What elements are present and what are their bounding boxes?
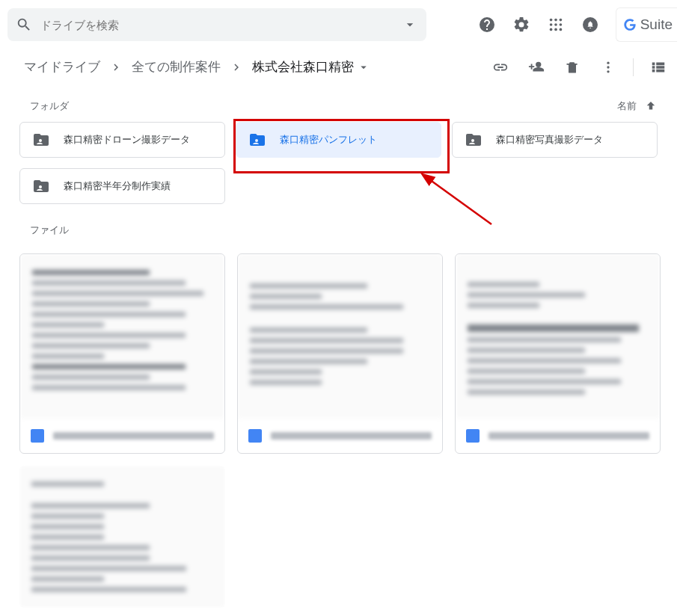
svg-point-7 <box>554 28 557 31</box>
search-bar[interactable] <box>7 8 426 41</box>
breadcrumb: マイドライブ 全ての制作案件 株式会社森口精密 <box>19 55 375 78</box>
search-options-dropdown[interactable] <box>401 16 419 34</box>
svg-point-5 <box>559 23 562 26</box>
breadcrumb-root[interactable]: マイドライブ <box>19 55 105 78</box>
file-grid <box>0 246 680 608</box>
shared-folder-icon <box>248 131 266 149</box>
search-icon <box>15 16 33 34</box>
svg-point-0 <box>549 19 552 22</box>
shared-folder-icon <box>465 131 483 149</box>
apps-grid-icon[interactable] <box>547 16 565 34</box>
notifications-icon[interactable] <box>581 16 599 34</box>
sort-control[interactable]: 名前 <box>617 99 658 113</box>
section-folders-label: フォルダ <box>30 99 69 113</box>
breadcrumb-mid[interactable]: 全ての制作案件 <box>127 55 225 78</box>
file-item[interactable] <box>19 466 225 608</box>
svg-point-4 <box>554 23 557 26</box>
folder-item-selected[interactable]: 森口精密パンフレット <box>236 122 441 158</box>
file-item[interactable] <box>455 253 661 454</box>
view-list-icon[interactable] <box>650 59 667 76</box>
trash-icon[interactable] <box>564 59 581 76</box>
file-thumbnail <box>19 466 225 608</box>
get-link-icon[interactable] <box>492 59 509 76</box>
folder-grid: 森口精密ドローン撮影データ 森口精密パンフレット 森口精密写真撮影データ 森口精… <box>0 122 680 204</box>
docs-icon <box>248 429 262 443</box>
divider <box>633 58 634 76</box>
svg-point-1 <box>554 19 557 22</box>
breadcrumb-current-label: 株式会社森口精密 <box>252 58 354 76</box>
file-name <box>488 432 649 440</box>
caret-down-icon <box>357 61 370 74</box>
settings-gear-icon[interactable] <box>512 16 530 34</box>
sort-label: 名前 <box>617 99 637 113</box>
file-name <box>53 432 214 440</box>
folder-name: 森口精密ドローン撮影データ <box>64 133 190 147</box>
shared-folder-icon <box>32 131 50 149</box>
folder-item[interactable]: 森口精密ドローン撮影データ <box>19 122 225 158</box>
svg-point-8 <box>559 28 562 31</box>
svg-point-10 <box>607 61 609 64</box>
folder-item[interactable]: 森口精密写真撮影データ <box>452 122 658 158</box>
file-thumbnail <box>456 254 660 419</box>
file-name <box>271 432 432 440</box>
file-item[interactable] <box>19 253 225 454</box>
folder-name: 森口精密半年分制作実績 <box>64 179 171 193</box>
svg-point-3 <box>549 23 552 26</box>
gsuite-label: Suite <box>640 16 673 33</box>
shared-folder-icon <box>32 177 50 195</box>
svg-point-11 <box>607 66 609 68</box>
gsuite-logo[interactable]: Suite <box>616 7 677 42</box>
file-thumbnail <box>238 254 442 419</box>
search-input[interactable] <box>33 19 401 31</box>
svg-point-2 <box>559 19 562 22</box>
file-item[interactable] <box>237 253 443 454</box>
folder-name: 森口精密パンフレット <box>280 133 377 147</box>
help-icon[interactable] <box>478 16 496 34</box>
folder-name: 森口精密写真撮影データ <box>496 133 603 147</box>
add-person-icon[interactable] <box>528 59 545 76</box>
arrow-up-icon <box>644 99 658 113</box>
more-vert-icon[interactable] <box>600 59 616 76</box>
file-thumbnail <box>20 254 224 419</box>
svg-point-6 <box>549 28 552 31</box>
folder-item[interactable]: 森口精密半年分制作実績 <box>19 168 225 204</box>
svg-point-12 <box>607 70 609 73</box>
section-files-label: ファイル <box>30 224 69 237</box>
breadcrumb-current[interactable]: 株式会社森口精密 <box>248 55 375 78</box>
chevron-right-icon <box>109 61 123 74</box>
docs-icon <box>466 429 480 443</box>
docs-icon <box>31 429 44 443</box>
chevron-right-icon <box>230 61 243 74</box>
